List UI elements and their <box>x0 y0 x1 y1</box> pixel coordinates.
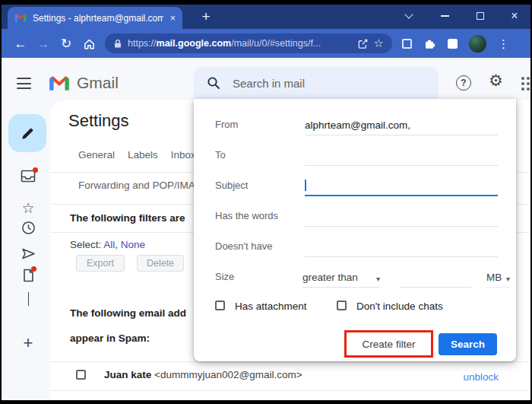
close-window-button[interactable]: × <box>507 5 522 27</box>
browser-tab[interactable]: Settings - alphrteam@gmail.com × <box>8 7 182 29</box>
has-words-row: Has the words <box>194 201 516 231</box>
browser-window: Settings - alphrteam@gmail.com × + × ← →… <box>2 5 530 400</box>
tab-strip: Settings - alphrteam@gmail.com × + × <box>2 5 530 29</box>
add-label-icon[interactable]: + <box>20 335 36 352</box>
forward-icon[interactable]: → <box>32 37 55 50</box>
size-value-field[interactable] <box>401 262 471 288</box>
to-row: To <box>194 140 516 170</box>
has-words-field[interactable] <box>305 201 498 227</box>
back-icon[interactable]: ← <box>9 37 32 50</box>
export-button[interactable]: Export <box>76 255 125 272</box>
dont-include-chats-label: Don't include chats <box>356 301 443 312</box>
search-bar[interactable]: Search in mail <box>194 67 439 99</box>
reload-icon[interactable]: ↻ <box>55 37 78 50</box>
pencil-icon <box>21 126 35 141</box>
divider <box>50 361 530 362</box>
drafts-icon[interactable] <box>20 269 36 285</box>
minimize-button[interactable] <box>437 5 452 27</box>
snoozed-clock-icon[interactable] <box>20 221 36 235</box>
annotation-highlight-box: Create filter <box>344 330 433 358</box>
row-checkbox[interactable] <box>76 370 86 380</box>
tab-close-icon[interactable]: × <box>169 13 176 23</box>
more-chevron-icon[interactable] <box>20 292 36 306</box>
tab-inbox[interactable]: Inbox <box>171 149 196 161</box>
subject-field[interactable] <box>305 170 498 196</box>
side-panel-icon[interactable] <box>448 39 458 49</box>
unblock-link[interactable]: unblock <box>463 371 499 383</box>
divider <box>50 390 530 391</box>
gmail-favicon <box>14 13 27 23</box>
tab-search-chevron-icon[interactable] <box>401 5 416 27</box>
doesnt-have-row: Doesn't have <box>194 231 516 262</box>
google-apps-icon[interactable] <box>521 77 530 91</box>
browser-menu-icon[interactable]: ⋮ <box>498 38 509 49</box>
blocked-heading-line1: The following email add <box>70 307 186 319</box>
new-tab-button[interactable]: + <box>196 7 216 27</box>
lock-icon <box>113 39 122 49</box>
page-title: Settings <box>68 111 129 131</box>
home-icon[interactable] <box>78 37 100 50</box>
tab-general[interactable]: General <box>78 149 115 161</box>
tab-labels[interactable]: Labels <box>128 149 158 161</box>
tab-forwarding[interactable]: Forwarding and POP/IMA <box>78 180 195 191</box>
gmail-logo[interactable]: Gmail <box>49 74 119 92</box>
has-attachment-label: Has attachment <box>235 301 307 312</box>
settings-gear-icon[interactable]: ⚙ <box>489 73 503 88</box>
main-menu-icon[interactable] <box>17 78 31 89</box>
delete-button[interactable]: Delete <box>137 255 184 272</box>
to-field[interactable] <box>305 140 498 166</box>
select-row: Select: All, None <box>70 239 145 250</box>
settings-tabs: General Labels Inbox <box>78 149 196 161</box>
select-all-link[interactable]: All <box>103 239 115 250</box>
bookmark-star-icon[interactable]: ☆ <box>374 37 384 50</box>
url-text: https://mail.google.com/mail/u/0/#settin… <box>128 38 352 49</box>
doesnt-have-field[interactable] <box>305 231 498 257</box>
gmail-logo-text: Gmail <box>77 74 119 92</box>
from-row: From alphrteam@gmail.com, <box>194 110 516 140</box>
profile-avatar[interactable] <box>469 35 486 52</box>
drafts-badge <box>31 266 36 272</box>
subject-row: Subject <box>194 170 516 201</box>
blocked-heading-line2: appear in Spam: <box>70 332 150 344</box>
text-cursor <box>305 180 306 191</box>
gmail-page: Gmail Search in mail ? ⚙ ☆ <box>2 58 530 400</box>
url-bar[interactable]: https://mail.google.com/mail/u/0/#settin… <box>105 33 392 53</box>
screenshot-frame: Settings - alphrteam@gmail.com × + × ← →… <box>0 0 532 404</box>
size-operator-select[interactable]: greater than▾ <box>302 262 380 288</box>
compose-button[interactable] <box>8 114 46 152</box>
starred-icon[interactable]: ☆ <box>20 201 36 215</box>
dont-include-chats-checkbox[interactable] <box>337 301 347 310</box>
dialog-search-button[interactable]: Search <box>439 333 497 355</box>
extensions-puzzle-icon[interactable] <box>423 37 436 50</box>
tab-title: Settings - alphrteam@gmail.com <box>33 13 163 24</box>
sent-icon[interactable] <box>20 247 36 260</box>
filters-heading: The following filters are <box>70 212 185 224</box>
size-unit-select[interactable]: MB▾ <box>486 262 510 288</box>
select-none-link[interactable]: None <box>121 239 145 250</box>
create-filter-dialog: From alphrteam@gmail.com, To Subject Has… <box>194 99 516 361</box>
inbox-icon[interactable] <box>20 170 36 186</box>
size-row: Size greater than▾ MB▾ <box>194 262 516 292</box>
create-filter-button[interactable]: Create filter <box>363 339 416 350</box>
extension-square-icon[interactable] <box>402 39 412 49</box>
browser-toolbar: ← → ↻ https://mail.google.com/mail/u/0/#… <box>2 29 530 58</box>
help-icon[interactable]: ? <box>456 75 471 91</box>
unread-badge <box>33 167 38 173</box>
share-icon[interactable] <box>357 38 369 49</box>
dropdown-arrow-icon: ▾ <box>376 275 380 283</box>
has-attachment-checkbox[interactable] <box>215 301 225 310</box>
maximize-button[interactable] <box>473 5 488 27</box>
toolbar-right: ⋮ <box>402 35 509 52</box>
blocked-address-row: Juan kate <dummmyjuan002@gmail.com> <box>76 369 302 380</box>
dialog-checkbox-row: Has attachment Don't include chats <box>194 295 516 318</box>
search-placeholder: Search in mail <box>233 77 305 90</box>
search-icon[interactable] <box>207 76 220 90</box>
blocked-address-text: Juan kate <dummmyjuan002@gmail.com> <box>104 369 302 380</box>
from-field[interactable]: alphrteam@gmail.com, <box>305 110 498 135</box>
dropdown-arrow-icon: ▾ <box>506 275 510 283</box>
